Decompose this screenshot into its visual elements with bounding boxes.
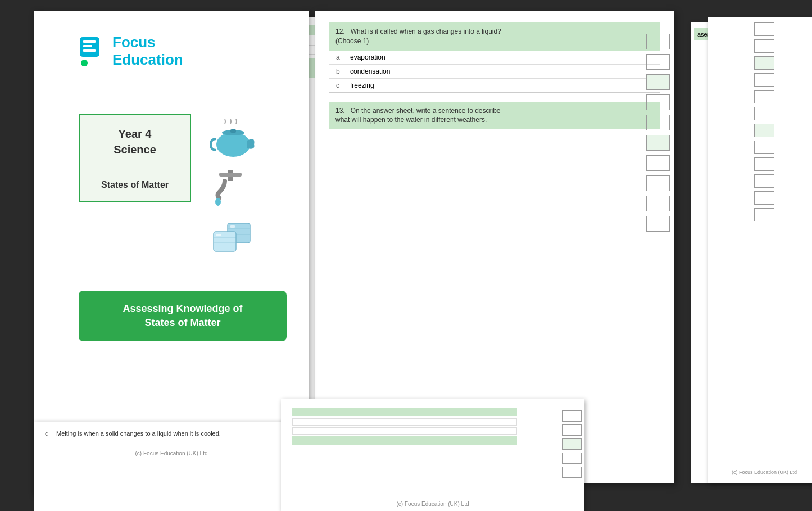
rm-box-10 [754,174,774,188]
q12-option-a: a evaporation [329,51,660,65]
tap-icon [208,167,253,206]
rm-box-3 [754,56,774,70]
assessing-button: Assessing Knowledge of States of Matter [79,291,287,341]
peek-green-1 [292,408,517,416]
logo-text: Focus Education [112,34,183,69]
quiz-content: 12. What is it called when a gas changes… [315,11,674,386]
ice-cubes-icon [208,212,258,257]
peek-content: c Melting is when a solid changes to a l… [34,422,309,446]
answer-box-7 [646,155,670,171]
answer-box-6 [646,135,670,151]
answer-box-4 [646,94,670,110]
q12-option-c: c freezing [329,79,660,92]
rm-box-12 [754,208,774,221]
left-peek-page-2: c Melting is when a solid changes to a l… [34,422,309,511]
answer-area [329,138,660,374]
pa-box-4 [562,453,582,464]
cover-year: Year 4 [91,126,179,142]
rm-box-6 [754,107,774,120]
svg-rect-1 [83,40,96,43]
rm-box-9 [754,157,774,171]
peek-line-2 [292,427,517,435]
svg-rect-9 [219,173,242,177]
svg-point-5 [216,132,250,157]
rm-box-1 [754,22,774,36]
right-page-mid: (c) Focus Education (UK) Ltd [708,17,812,483]
peek-c-text: Melting is when a solid changes to a liq… [56,430,221,437]
cover-images [208,119,258,257]
peek-footer: (c) Focus Education (UK) Ltd [281,501,584,507]
q13-number: 13. [335,107,345,115]
answer-box-1 [646,34,670,49]
pa-box-5 [562,467,582,478]
cover-content: Year 4 Science States of Matter [34,80,309,274]
rm-box-11 [754,191,774,205]
pa-box-2 [562,424,582,436]
answer-box-5 [646,115,670,130]
button-line2: States of Matter [144,317,220,328]
q12-header: 12. What is it called when a gas changes… [329,22,660,51]
logo-area: Focus Education [34,11,309,80]
q12-opt-a-text: evaporation [350,53,385,61]
peek-green-2 [292,436,517,445]
peek-main-content [281,399,584,455]
rm-box-5 [754,90,774,103]
rm-box-2 [754,39,774,53]
svg-rect-17 [216,234,221,236]
q12-question: What is it called when a gas changes int… [335,28,501,45]
button-line1: Assessing Knowledge of [123,303,242,314]
svg-rect-18 [230,225,235,228]
question-13-block: 13. On the answer sheet, write a sentenc… [329,102,660,130]
answer-box-10 [646,216,670,232]
svg-point-10 [215,198,221,206]
page-container: Focus Education Year 4 Science States of… [0,0,812,511]
q12-options: a evaporation b condensation c freezing [329,51,660,93]
q12-option-b: b condensation [329,65,660,79]
question-12-block: 12. What is it called when a gas changes… [329,22,660,93]
q12-opt-b-text: condensation [350,67,390,75]
answer-box-9 [646,196,670,211]
svg-rect-3 [83,49,96,52]
answer-boxes-col [646,34,670,232]
peek-c-letter: c [45,430,56,437]
svg-rect-7 [230,129,236,133]
rm-box-4 [754,73,774,87]
peek-option-c: c Melting is when a solid changes to a l… [45,427,298,440]
logo-education-text: Education [112,51,183,69]
right-mid-footer: (c) Focus Education (UK) Ltd [708,469,812,475]
peek-answer-col [562,410,582,478]
rm-box-7 [754,124,774,137]
cover-subject: Science [91,142,179,157]
q13-header: 13. On the answer sheet, write a sentenc… [329,102,660,130]
rm-box-8 [754,141,774,154]
logo-focus-text: Focus [112,34,183,51]
q12-opt-c-letter: c [336,82,344,89]
kettle-icon [208,119,258,161]
q12-opt-a-letter: a [336,53,344,61]
logo-icon [79,36,107,67]
left-peek-page: (c) Focus Education (UK) Ltd [281,399,584,511]
answer-box-2 [646,54,670,70]
q12-opt-b-letter: b [336,67,344,75]
answer-box-8 [646,175,670,191]
answer-box-3 [646,74,670,90]
svg-rect-2 [83,45,92,47]
pa-box-1 [562,410,582,422]
q12-opt-c-text: freezing [350,82,374,89]
focus-logo: Focus Education [79,34,183,69]
pa-box-3 [562,438,582,450]
cover-topic: States of Matter [91,180,179,190]
subject-box: Year 4 Science States of Matter [79,114,191,202]
q13-question: On the answer sheet, write a sentence to… [335,107,501,124]
peek-line-1 [292,418,517,426]
q12-number: 12. [335,28,345,35]
svg-point-4 [81,60,88,66]
peek-footer-2: (c) Focus Education (UK) Ltd [34,446,309,456]
focus-logo-svg [79,36,107,67]
